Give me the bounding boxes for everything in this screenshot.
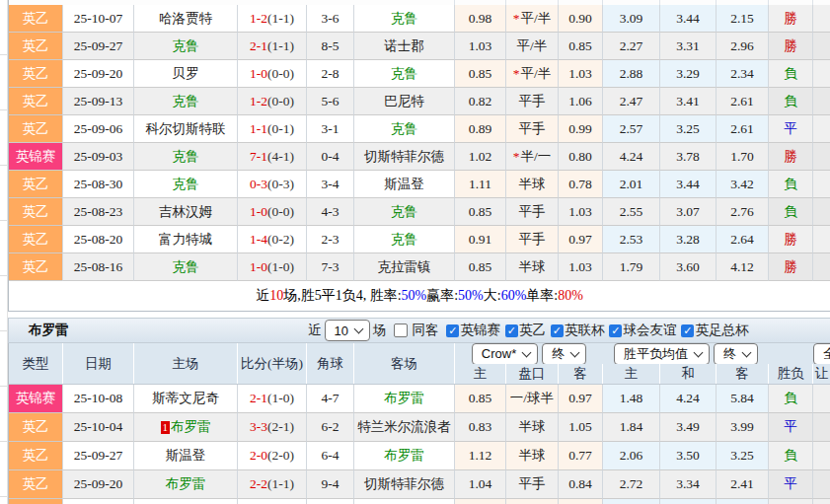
cell-corner: 7-3 [307, 253, 354, 281]
cell-eu-away-odds: 2.96 [717, 33, 769, 60]
match-history-page: 主盘口客主和客胜负让 英乙25-10-07哈洛贾特1-2(1-1)3-6克鲁0.… [0, 0, 830, 504]
cell-ah-home-odds: 0.85 [455, 253, 506, 281]
same-away-checkbox[interactable] [394, 324, 408, 337]
cell-result: 平 [769, 470, 813, 499]
cell-eu-away-odds: 5.84 [717, 385, 769, 413]
cell-away-team: 克鲁 [354, 226, 455, 253]
league-filter-label: 英乙 [519, 322, 546, 339]
bookmaker-select[interactable]: Crow* [472, 343, 538, 365]
cell-eu-draw-odds: 3.31 [660, 33, 717, 60]
col-header-corner: 角球 [307, 343, 354, 384]
cell-eu-draw-odds: 3.34 [660, 470, 717, 499]
extra-select-partial[interactable]: 全 [813, 343, 830, 365]
table-row: 英乙25-09-20布罗雷2-2(1-1)9-4切斯特菲尔德1.04平手0.84… [9, 470, 830, 499]
table-row: 英乙25-09-13奥尔德姆1-0(0-0)8-7布罗雷0.77平手1.122.… [9, 499, 830, 504]
cell-result: 負 [769, 60, 813, 88]
chevron-down-icon [742, 347, 752, 357]
cell-league: 英乙 [9, 442, 63, 470]
cell-away-team: 克鲁 [354, 60, 455, 88]
cell-extra [813, 143, 830, 171]
cell-corner: 3-6 [307, 5, 354, 33]
cell-ah-home-odds: 0.89 [455, 115, 506, 143]
cell-result: 勝 [769, 33, 813, 60]
cell-away-team: 克拉雷镇 [354, 253, 455, 281]
cell-eu-away-odds: 1.70 [717, 143, 769, 171]
cell-ah-away-odds: 0.80 [559, 143, 603, 171]
cell-home-team: 克鲁 [134, 33, 238, 60]
cell-handicap: 平手 [506, 198, 559, 226]
cell-ah-away-odds: 1.03 [559, 253, 603, 281]
cell-score: 1-1(0-1) [238, 115, 307, 143]
chevron-down-icon [354, 324, 364, 334]
cell-corner: 6-4 [307, 442, 354, 470]
cell-extra [813, 226, 830, 253]
cell-result: 平 [769, 413, 813, 442]
cell-home-team: 吉林汉姆 [134, 198, 238, 226]
summary-segment: 单率: [526, 287, 558, 305]
cell-score: 1-4(0-2) [238, 226, 307, 253]
cell-handicap: *平/半 [506, 60, 559, 88]
summary-segment: 60% [501, 288, 527, 304]
cell-ah-away-odds: 0.97 [559, 385, 603, 413]
cell-date: 25-09-03 [63, 143, 134, 171]
cell-eu-draw-odds: 3.24 [660, 499, 717, 504]
table-row: 英乙25-10-07哈洛贾特1-2(1-1)3-6克鲁0.98*平/半0.903… [9, 5, 830, 33]
cell-date: 25-09-20 [63, 470, 134, 499]
league-filter-checkbox[interactable]: ✓ [446, 324, 459, 337]
cell-league: 英乙 [9, 171, 63, 198]
cell-eu-away-odds: 2.64 [717, 226, 769, 253]
cell-ah-away-odds: 0.84 [559, 470, 603, 499]
cell-date: 25-09-27 [63, 33, 134, 60]
cell-home-team: 克鲁 [134, 253, 238, 281]
cell-handicap: 平/半 [506, 33, 559, 60]
cell-away-team: 克鲁 [354, 5, 455, 33]
cell-result: 負 [769, 385, 813, 413]
crewe-history-table: 英乙25-10-07哈洛贾特1-2(1-1)3-6克鲁0.98*平/半0.903… [8, 5, 830, 281]
cell-date: 25-09-27 [63, 442, 134, 470]
league-filter-checkbox[interactable]: ✓ [551, 324, 564, 337]
column-header: 胜负 [769, 364, 813, 384]
cell-league: 英乙 [9, 413, 63, 442]
cell-away-team: 布罗雷 [354, 385, 455, 413]
euro-time-select[interactable]: 终 [714, 343, 758, 365]
cell-away-team: 诺士郡 [354, 33, 455, 60]
recent-count-select[interactable]: 10 [325, 320, 370, 341]
cell-home-team: 布罗雷 [134, 470, 238, 499]
bromley-history-table: 英锦赛25-10-08斯蒂文尼奇2-1(1-0)4-7布罗雷0.85一/球半0.… [8, 385, 830, 504]
cell-ah-home-odds: 0.85 [455, 60, 506, 88]
cell-extra [813, 88, 830, 115]
cell-result: 負 [769, 171, 813, 198]
column-header: 和 [660, 364, 717, 384]
league-filter-label: 英足总杯 [695, 322, 748, 339]
cell-eu-home-odds: 2.57 [603, 115, 660, 143]
cell-ah-home-odds: 0.85 [455, 385, 506, 413]
cell-eu-draw-odds: 3.29 [660, 60, 717, 88]
league-filter-checkbox[interactable]: ✓ [609, 324, 622, 337]
extra-select-group: 全 [769, 343, 830, 364]
column-header: 客 [559, 364, 603, 384]
cell-extra [813, 60, 830, 88]
cell-corner: 9-4 [307, 470, 354, 499]
euro-type-select[interactable]: 胜平负均值 [614, 343, 710, 365]
cell-ah-away-odds: 1.06 [559, 88, 603, 115]
cell-away-team: 切斯特菲尔德 [354, 143, 455, 171]
cell-home-team: 斯蒂文尼奇 [134, 385, 238, 413]
cell-eu-home-odds: 1.48 [603, 385, 660, 413]
cell-eu-away-odds: 2.34 [717, 60, 769, 88]
cell-handicap: *半/一 [506, 143, 559, 171]
summary-segment: 50% [458, 288, 484, 304]
cell-score: 1-0(1-0) [238, 253, 307, 281]
cell-score: 2-1(1-0) [238, 385, 307, 413]
cell-handicap: 半球 [506, 171, 559, 198]
league-filter-checkbox[interactable]: ✓ [681, 324, 694, 337]
cell-league: 英乙 [9, 33, 63, 60]
cell-eu-home-odds: 2.27 [603, 33, 660, 60]
ah-time-select[interactable]: 终 [542, 343, 586, 365]
cell-date: 25-10-04 [63, 413, 134, 442]
summary-segment: 场,胜5平1负4, 胜率: [283, 287, 401, 305]
matches-label: 场 [373, 322, 387, 339]
league-filter-checkbox[interactable]: ✓ [505, 324, 518, 337]
cell-eu-draw-odds: 3.50 [660, 442, 717, 470]
cell-extra [813, 470, 830, 499]
cell-eu-away-odds: 3.25 [717, 442, 769, 470]
